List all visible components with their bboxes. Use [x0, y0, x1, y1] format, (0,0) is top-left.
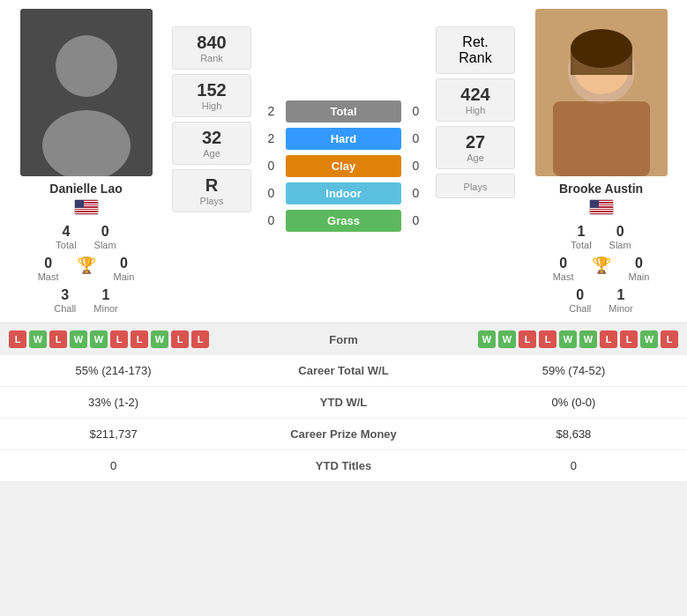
left-minor-value: 1	[102, 287, 110, 303]
grass-left-score: 0	[260, 213, 282, 227]
clay-row: 0 Clay 0	[260, 155, 427, 177]
left-high-box: 152 High	[172, 74, 251, 117]
right-minor-value: 1	[617, 287, 625, 303]
form-badge-right: W	[478, 330, 496, 348]
right-rank-value: Ret.	[451, 34, 500, 50]
players-section: Danielle Lao 4 Total 0 Slam 0 Mast	[0, 0, 687, 323]
right-chall-value: 0	[576, 287, 584, 303]
left-player-stats-row3: 3 Chall 1 Minor	[54, 287, 118, 314]
center-scores: 2 Total 0 2 Hard 0 0 Clay 0 0 Indoor 0	[260, 9, 427, 314]
ytd-titles-label: YTD Titles	[227, 450, 460, 482]
left-mast-block: 0 Mast	[38, 256, 59, 282]
right-player-flag	[589, 199, 614, 215]
form-section: LWLWWLLWLL Form WWLLWWLLWL	[0, 323, 687, 355]
form-badge-left: W	[29, 330, 47, 348]
grass-row: 0 Grass 0	[260, 210, 427, 232]
left-player-stats-row2: 0 Mast 🏆 0 Main	[38, 256, 135, 282]
form-badge-right: W	[579, 330, 597, 348]
ytd-wl-left: 33% (1-2)	[0, 387, 227, 419]
form-badge-right: L	[620, 330, 638, 348]
clay-right-score: 0	[405, 159, 427, 173]
us-flag-left	[74, 199, 99, 215]
left-main-value: 0	[120, 256, 128, 271]
right-age-value: 27	[451, 132, 500, 152]
left-plays-box: R Plays	[172, 169, 251, 212]
right-age-label: Age	[451, 152, 500, 163]
career-prize-label: Career Prize Money	[227, 419, 460, 450]
left-player-card: Danielle Lao 4 Total 0 Slam 0 Mast	[9, 9, 163, 314]
left-high-value: 152	[187, 80, 236, 100]
right-main-block: 0 Main	[629, 256, 650, 282]
career-prize-right: $8,638	[460, 419, 687, 450]
form-badge-left: L	[131, 330, 148, 348]
left-age-box: 32 Age	[172, 122, 251, 165]
left-plays-label: Plays	[187, 196, 236, 206]
total-left-score: 2	[260, 104, 282, 118]
left-rank-label: Rank	[187, 53, 236, 63]
ytd-titles-right: 0	[460, 450, 687, 482]
left-player-stats-row1: 4 Total 0 Slam	[56, 224, 116, 250]
left-chall-label: Chall	[54, 303, 76, 314]
indoor-label: Indoor	[286, 182, 401, 204]
form-badge-right: L	[600, 330, 617, 348]
form-badge-left: L	[49, 330, 67, 348]
hard-row: 2 Hard 0	[260, 128, 427, 150]
form-badge-left: L	[110, 330, 128, 348]
left-age-value: 32	[187, 128, 236, 148]
trophy-icon-right: 🏆	[592, 256, 611, 275]
right-main-value: 0	[635, 256, 643, 271]
right-chall-block: 0 Chall	[569, 287, 591, 314]
career-wl-row: 55% (214-173) Career Total W/L 59% (74-5…	[0, 355, 687, 387]
right-plays-label: Plays	[451, 182, 500, 192]
stats-table: 55% (214-173) Career Total W/L 59% (74-5…	[0, 355, 687, 482]
left-chall-value: 3	[61, 287, 69, 303]
right-player-photo	[535, 9, 668, 176]
ytd-wl-label: YTD W/L	[227, 387, 460, 419]
main-container: Danielle Lao 4 Total 0 Slam 0 Mast	[0, 0, 687, 482]
right-middle-stats: Ret. Rank 424 High 27 Age Plays	[431, 9, 519, 314]
trophy-icon-left: 🏆	[77, 256, 96, 275]
grass-label: Grass	[286, 210, 401, 232]
indoor-right-score: 0	[405, 186, 427, 200]
right-total-block: 1 Total	[571, 224, 591, 250]
form-badge-left: W	[151, 330, 168, 348]
left-player-name: Danielle Lao	[49, 182, 122, 196]
left-middle-stats: 840 Rank 152 High 32 Age R Plays	[168, 9, 256, 314]
ytd-titles-left: 0	[0, 450, 227, 482]
hard-right-score: 0	[405, 131, 427, 145]
right-player-stats-row2: 0 Mast 🏆 0 Main	[553, 256, 650, 282]
left-main-label: Main	[114, 271, 135, 282]
hard-left-score: 2	[260, 131, 282, 145]
right-chall-label: Chall	[569, 303, 591, 314]
left-total-block: 4 Total	[56, 224, 76, 250]
right-mast-label: Mast	[553, 271, 574, 282]
right-minor-block: 1 Minor	[609, 287, 633, 314]
form-badge-right: L	[539, 330, 556, 348]
right-minor-label: Minor	[609, 303, 633, 314]
left-mast-label: Mast	[38, 271, 59, 282]
left-player-photo	[20, 9, 153, 176]
us-flag-right	[589, 199, 614, 215]
left-age-label: Age	[187, 148, 236, 159]
form-badge-left: L	[9, 330, 26, 348]
left-rank-box: 840 Rank	[172, 26, 251, 70]
right-high-label: High	[451, 105, 500, 115]
svg-point-1	[56, 35, 117, 97]
right-high-box: 424 High	[436, 78, 515, 122]
left-player-flag	[74, 199, 99, 215]
right-player-card: Brooke Austin 1 Total 0 Slam 0 Mast	[524, 9, 678, 314]
total-label: Total	[286, 100, 401, 122]
form-badge-left: W	[90, 330, 108, 348]
indoor-row: 0 Indoor 0	[260, 182, 427, 204]
right-mast-block: 0 Mast	[553, 256, 574, 282]
right-slam-block: 0 Slam	[609, 224, 631, 250]
left-total-label: Total	[56, 240, 76, 250]
ytd-titles-row: 0 YTD Titles 0	[0, 450, 687, 482]
form-badge-right: L	[661, 330, 678, 348]
career-wl-right: 59% (74-52)	[460, 355, 687, 387]
left-main-block: 0 Main	[114, 256, 135, 282]
right-slam-value: 0	[616, 224, 624, 240]
right-main-label: Main	[629, 271, 650, 282]
right-player-name: Brooke Austin	[559, 182, 643, 196]
right-high-value: 424	[451, 85, 500, 105]
